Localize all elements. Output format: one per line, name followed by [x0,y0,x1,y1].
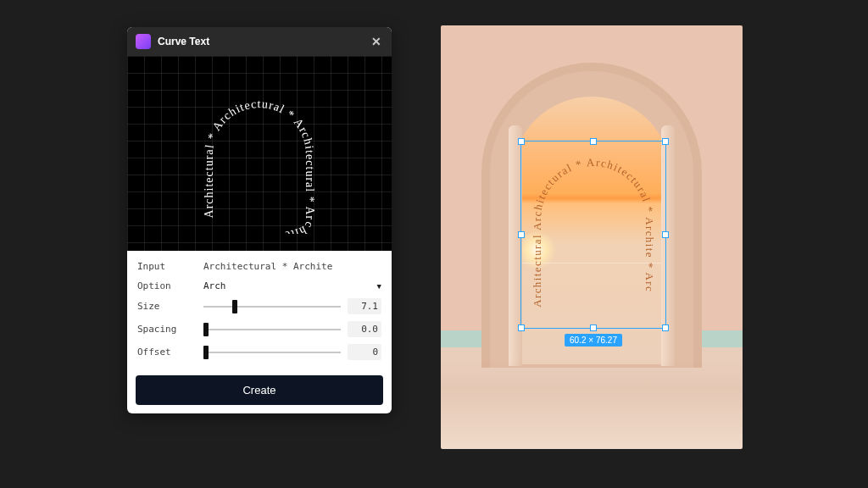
svg-text:Architectural * Architectural : Architectural * Architectural * Architec… [203,97,316,234]
handle-bot-mid[interactable] [590,324,597,331]
label-option: Option [137,280,197,291]
row-size: Size [127,295,392,318]
chevron-down-icon: ▼ [377,282,381,291]
size-slider[interactable] [203,306,341,308]
offset-slider[interactable] [203,352,341,353]
row-input: Input [127,256,392,277]
preview-arch-text: Architectural * Architectural * Architec… [179,73,340,234]
preview-area: Architectural * Architectural * Architec… [127,56,392,251]
size-value[interactable] [348,298,381,314]
label-spacing: Spacing [137,324,197,335]
curve-text-panel: Curve Text ✕ Architectural * Architectur… [127,27,392,413]
row-offset: Offset [127,341,392,363]
panel-header[interactable]: Curve Text ✕ [127,27,392,56]
input-text-field[interactable] [203,259,381,274]
selection-box[interactable]: 60.2 × 76.27 [520,141,666,329]
controls: Input Option Arch ▼ Size Spacing [127,251,392,370]
selection-dimensions: 60.2 × 76.27 [565,334,622,347]
label-offset: Offset [137,347,197,358]
handle-mid-right[interactable] [662,231,669,238]
offset-value[interactable] [348,344,381,360]
label-input: Input [137,261,197,272]
row-spacing: Spacing [127,318,392,341]
spacing-slider[interactable] [203,329,341,330]
app-icon [136,34,151,49]
row-option: Option Arch ▼ [127,277,392,295]
handle-top-right[interactable] [662,138,669,145]
panel-title: Curve Text [158,36,209,47]
handle-bot-left[interactable] [518,324,525,331]
handle-mid-left[interactable] [518,231,525,238]
option-value: Arch [203,280,226,291]
option-select[interactable]: Arch ▼ [203,280,381,291]
close-icon[interactable]: ✕ [370,35,383,48]
spacing-value[interactable] [348,321,381,337]
label-size: Size [137,301,197,312]
handle-bot-right[interactable] [662,324,669,331]
create-button[interactable]: Create [136,375,383,405]
handle-top-mid[interactable] [590,138,597,145]
handle-top-left[interactable] [518,138,525,145]
